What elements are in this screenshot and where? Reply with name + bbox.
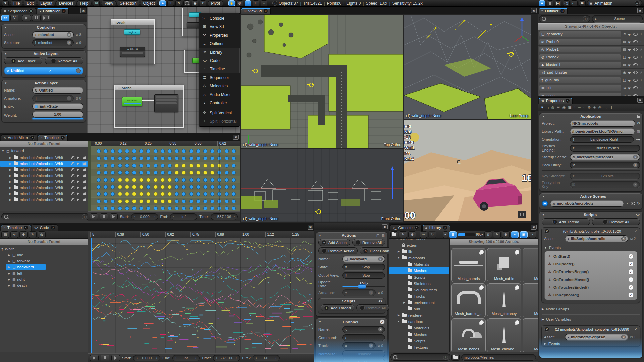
refresh-icon[interactable]: t — [633, 163, 638, 167]
window-icon[interactable]: ▣ — [233, 135, 239, 140]
transport-field-end-[interactable]: ‹inf› — [170, 213, 197, 220]
armature-field[interactable]: ✝t — [342, 289, 376, 296]
select-cursor-icon[interactable]: ▶ — [628, 47, 632, 51]
close-tab-icon[interactable]: ✕ — [30, 135, 35, 140]
step-button[interactable] — [111, 355, 120, 361]
node-groups-disclosure[interactable]: ▶Node Groups — [539, 304, 642, 314]
keyframe-dot[interactable] — [154, 149, 158, 153]
v-tool-icon[interactable]: V — [10, 15, 18, 21]
pin-icon[interactable]: ◉ — [562, 105, 566, 110]
menu-item-split-vertical[interactable]: ✛Split Vertical — [199, 109, 240, 117]
box-icon[interactable]: ▣ — [568, 105, 571, 110]
paint-icon[interactable]: ◈ — [593, 105, 596, 110]
tab-library[interactable]: ≋Library✕ — [422, 224, 450, 231]
keyframe-dot[interactable] — [132, 149, 136, 153]
close-tab-icon[interactable]: ✕ — [443, 225, 447, 230]
tab-controller[interactable]: ◖Controller✕ — [37, 8, 69, 14]
undo-icon[interactable]: ↶ — [200, 0, 206, 6]
window-icon[interactable]: ▣ — [80, 8, 86, 13]
orbit-globe-icon[interactable]: ◍ — [236, 0, 243, 6]
keyframe-dot[interactable] — [97, 185, 101, 189]
keyframe-dot[interactable] — [203, 199, 207, 203]
current-path-field[interactable]: microbots/Meshes/ — [461, 354, 536, 361]
close-tab-icon[interactable]: ✕ — [60, 135, 65, 140]
close-tab-icon[interactable]: ✕ — [263, 9, 268, 13]
transport-field-start-[interactable]: ‹0.000› — [133, 355, 160, 361]
clear-icon[interactable]: ✕ — [633, 182, 638, 187]
asset-tile-mesh-[interactable]: Mesh_ — [523, 283, 538, 317]
keyframe-dot[interactable] — [139, 164, 143, 168]
outliner-row-probe1[interactable]: ◎Probe1▤▶⚡ — [538, 46, 644, 53]
remove-icon[interactable]: ⊖ — [408, 231, 416, 238]
debug-bug-icon[interactable]: ✱ — [579, 0, 586, 6]
action-row-idle[interactable]: ▶▤idle — [6, 252, 46, 258]
menu-view[interactable]: View — [101, 0, 116, 6]
menu-item-view-3d[interactable]: ⊞View 3d — [199, 22, 240, 31]
collapse-arrow-icon[interactable]: ▼ — [4, 26, 7, 29]
world-icon[interactable]: ◎ — [598, 105, 602, 110]
keyframe-dot[interactable] — [203, 185, 207, 189]
keyframe-dot[interactable] — [196, 185, 200, 189]
keyframe-dot[interactable] — [232, 206, 236, 210]
keyframe-dot[interactable] — [161, 171, 165, 175]
layout-preset-dropdown[interactable]: ▣ Animation – — [587, 0, 642, 6]
folder-row-environment[interactable]: ▶environment — [389, 299, 449, 306]
copy-icon[interactable]: ⧉ — [484, 231, 492, 238]
play-button[interactable] — [90, 355, 99, 361]
gear-icon[interactable]: ⚙ — [588, 105, 591, 110]
lock-icon[interactable] — [82, 162, 87, 166]
out-of-view-dropdown[interactable]: ⇕Stop — [342, 272, 385, 279]
clear-icon[interactable]: ✕ — [378, 257, 383, 261]
asset-tile-mesh-barrels-[interactable]: Mesh_barrels_... — [451, 283, 486, 317]
collapse-arrow-icon[interactable]: ▼ — [4, 52, 7, 55]
folder-row-soundbuffers[interactable]: SoundBuffers — [389, 287, 449, 293]
collapse-icon[interactable]: – — [635, 1, 640, 6]
physics-flash-icon[interactable]: ⚡ — [640, 78, 642, 82]
menu-item-console[interactable]: >_Console — [199, 14, 240, 22]
action-row-left[interactable]: ▶▤left — [6, 270, 46, 276]
keyframe-dot[interactable] — [210, 178, 214, 182]
keyframe-dot[interactable] — [104, 199, 108, 203]
keyframe-dot[interactable] — [97, 149, 101, 153]
entry-state-field[interactable]: ▦EntryState — [32, 103, 83, 110]
channel-name-field[interactable]: ∿✕ — [342, 326, 385, 333]
move-tool-icon[interactable]: + — [167, 0, 174, 6]
track-view-icon[interactable]: ▤ — [1, 231, 9, 238]
audio-track-row[interactable]: ▶microbots/microbots.Whit — [0, 185, 88, 191]
clear-icon[interactable]: ✕ — [621, 335, 626, 339]
add-layer-button[interactable]: +Add Layer — [4, 57, 42, 64]
physics-flash-icon[interactable]: ⚡ — [640, 40, 642, 44]
menu-help[interactable]: Help — [77, 0, 92, 6]
viewport-user-persp[interactable]: (1) write_depth::None User Persp. — [404, 15, 531, 119]
events-disclosure[interactable]: ▶Events — [542, 341, 640, 346]
keyframe-dot[interactable] — [154, 164, 158, 168]
step-button[interactable] — [42, 15, 50, 21]
volume-icon[interactable]: ◁) — [563, 0, 570, 6]
select-cursor-icon[interactable]: ▶ — [628, 39, 632, 44]
tab-sequencer[interactable]: ≣Sequencer✕ — [1, 8, 36, 14]
tab-audio-mixer[interactable]: ∩Audio Mixer✕ — [1, 134, 37, 141]
clear-icon[interactable]: ✕ — [67, 40, 71, 45]
audio-timeline-ruler[interactable]: 0:000:120:250:380:500:62 — [91, 141, 240, 146]
keyframe-dot[interactable] — [154, 199, 158, 203]
armature-field[interactable]: ✝t — [32, 95, 74, 102]
keyframe-dot[interactable] — [104, 164, 108, 168]
startup-scene-field[interactable]: ≋microbots/microbots✕ — [570, 154, 640, 160]
add-action-button[interactable]: +Add Action — [318, 239, 350, 246]
close-tab-icon[interactable]: ✕ — [61, 9, 66, 13]
menu-selection[interactable]: Selection — [116, 0, 140, 6]
pivot-button[interactable]: Pivot — [208, 0, 223, 6]
close-tab-icon[interactable]: ✕ — [29, 9, 33, 13]
lock-icon[interactable] — [82, 198, 87, 202]
keyframe-dot[interactable] — [97, 178, 101, 182]
menu-object[interactable]: Object — [140, 0, 158, 6]
add-thread-button[interactable]: +Add Thread — [542, 218, 590, 225]
menu-item-outliner[interactable]: ≡Outliner — [199, 39, 240, 48]
action-root-row[interactable]: †White — [0, 246, 88, 252]
menu-item-molecules[interactable]: ♨Molecules — [199, 82, 240, 90]
keyframe-dot[interactable] — [196, 206, 200, 210]
keyframe-dot[interactable] — [196, 164, 200, 168]
folder-row-lib[interactable]: ▶lib — [389, 248, 449, 255]
event-row-onkeyboard-[interactable]: ⚓OnKeyboard()✓ — [545, 291, 637, 299]
menu-item-code[interactable]: <>Code — [199, 56, 240, 65]
